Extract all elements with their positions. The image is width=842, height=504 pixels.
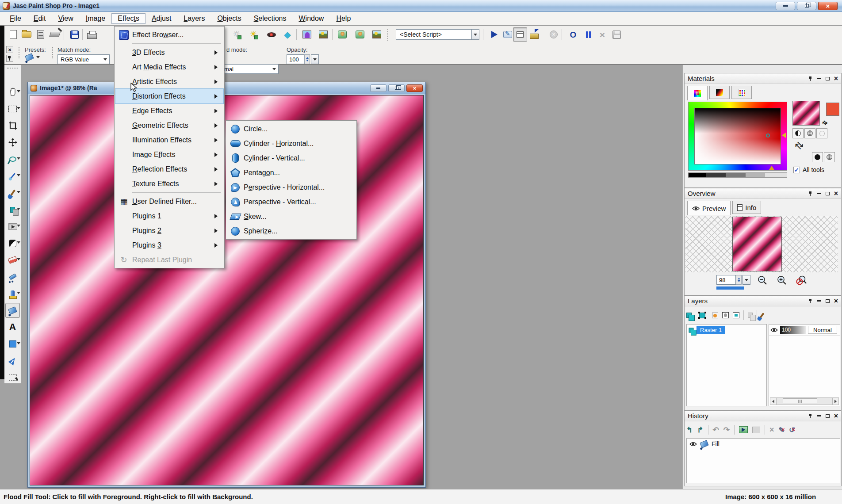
new-raster-layer-button[interactable] <box>686 313 692 318</box>
jasc-gem-button[interactable]: ◆ <box>280 27 295 42</box>
duplicate-layer-button[interactable] <box>748 313 753 318</box>
foreground-style-button[interactable] <box>792 128 804 138</box>
image-window-titlebar[interactable]: Image1* @ 98% (Ra × <box>28 82 425 94</box>
eraser-tool[interactable] <box>5 252 20 267</box>
minimize-icon[interactable] <box>817 300 821 302</box>
menu-file[interactable]: File <box>4 13 27 24</box>
new-button[interactable] <box>6 27 20 42</box>
run-quickscript-button[interactable] <box>739 426 748 433</box>
undo-button[interactable]: ↶ <box>713 426 719 434</box>
layer-row[interactable]: Raster 1 <box>687 325 766 336</box>
menu-image[interactable]: Image <box>80 13 111 24</box>
crop-tool[interactable] <box>5 118 20 133</box>
menu-item-plugins-1[interactable]: Plugins 1 <box>115 209 223 223</box>
text-tool[interactable]: A <box>5 320 20 335</box>
object-selector-tool[interactable] <box>5 370 20 385</box>
minimize-icon[interactable] <box>817 193 821 194</box>
image-minimize-button[interactable] <box>370 84 387 92</box>
close-icon[interactable]: × <box>834 190 838 197</box>
hue-ring[interactable] <box>688 102 787 171</box>
submenu-item-spherize[interactable]: Spherize... <box>227 224 356 238</box>
layers-horizontal-scrollbar[interactable] <box>770 397 839 405</box>
image-restore-button[interactable] <box>388 84 405 92</box>
layer-blend-mode-select[interactable]: Normal <box>808 326 837 334</box>
new-vector-layer-button[interactable] <box>699 313 705 318</box>
dodge-burn-tool[interactable] <box>5 236 20 251</box>
run-script-button[interactable] <box>487 27 501 42</box>
menu-item-illumination-effects[interactable]: Illumination Effects <box>115 133 223 147</box>
save-script-button[interactable] <box>609 27 624 42</box>
select-script-dropdown-button[interactable] <box>471 29 479 40</box>
palette-grip[interactable] <box>7 68 18 69</box>
clear-history-button[interactable]: × <box>769 426 774 434</box>
rainbow-tab[interactable] <box>709 86 730 99</box>
materials-titlebar[interactable]: Materials × <box>685 73 841 84</box>
redo-to-here-button[interactable]: ↱ <box>697 426 703 434</box>
menu-item-image-effects[interactable]: Image Effects <box>115 147 223 162</box>
menu-window[interactable]: Window <box>292 13 330 24</box>
print-button[interactable] <box>85 27 99 42</box>
new-adjustment-layer-button[interactable] <box>733 312 739 318</box>
select-script-combo[interactable]: <Select Script> <box>396 29 472 40</box>
stop-script-button[interactable]: × <box>547 27 561 42</box>
submenu-item-circle[interactable]: Circle... <box>227 122 356 136</box>
scroll-left-button[interactable] <box>770 398 777 405</box>
image-close-button[interactable]: × <box>406 84 423 92</box>
menu-item-reflection-effects[interactable]: Reflection Effects <box>115 162 223 176</box>
close-icon[interactable]: × <box>834 412 838 420</box>
zoom-slider-button[interactable] <box>742 275 750 285</box>
swap-colors-icon[interactable]: ⇄ <box>821 118 829 126</box>
landscape-photo-button[interactable] <box>316 27 330 42</box>
opacity-input[interactable]: 100 <box>287 54 304 64</box>
tool-flyout-arrow[interactable] <box>17 191 20 193</box>
swap-materials-icon[interactable]: ⇄ <box>792 138 806 152</box>
script-output-toggle-button[interactable] <box>513 27 527 42</box>
pan-tool[interactable] <box>5 84 20 99</box>
preview-tab[interactable]: Preview <box>687 201 731 215</box>
palette-grip[interactable] <box>19 47 20 58</box>
palette-pin-button[interactable] <box>6 55 13 62</box>
foreground-material-swatch[interactable] <box>792 101 820 126</box>
menu-selections[interactable]: Selections <box>248 13 293 24</box>
selective-undo-button[interactable]: ✎ <box>779 426 785 434</box>
zoom-spinner[interactable] <box>736 275 742 285</box>
framed-photo-button[interactable] <box>370 27 384 42</box>
pin-icon[interactable] <box>808 414 813 418</box>
match-mode-select[interactable]: RGB Value <box>57 54 110 64</box>
overview-titlebar[interactable]: Overview × <box>685 188 841 199</box>
menu-objects[interactable]: Objects <box>211 13 247 24</box>
tool-flyout-arrow[interactable] <box>17 208 20 210</box>
tool-flyout-arrow[interactable] <box>17 258 20 260</box>
submenu-item-perspective-vertical[interactable]: Perspective - Vertical... <box>227 195 356 209</box>
menu-item-edge-effects[interactable]: Edge Effects <box>115 103 223 118</box>
save-button[interactable] <box>67 27 81 42</box>
red-eye-removal-button[interactable] <box>264 27 279 42</box>
restore-button[interactable] <box>797 2 816 10</box>
selection-tool[interactable] <box>5 101 20 116</box>
freehand-selection-tool[interactable] <box>5 152 20 167</box>
tool-flyout-arrow[interactable] <box>17 157 20 160</box>
background-material-swatch[interactable] <box>826 103 839 116</box>
history-entry-row[interactable]: Fill <box>687 439 840 449</box>
open-script-button[interactable] <box>527 27 541 42</box>
flood-fill-tool[interactable] <box>5 303 20 318</box>
foreground-transparent-button[interactable] <box>816 128 827 138</box>
tool-flyout-arrow[interactable] <box>17 225 20 227</box>
tool-flyout-arrow[interactable] <box>17 107 20 109</box>
foreground-pattern-button[interactable] <box>804 128 815 138</box>
pin-icon[interactable] <box>808 299 813 303</box>
share-photo-button[interactable] <box>335 27 349 42</box>
frame-tab[interactable] <box>687 86 708 100</box>
menu-item-effect-browser[interactable]: Effect Browser... <box>115 27 223 42</box>
submenu-item-cylinder-vertical[interactable]: Cylinder - Vertical... <box>227 151 356 165</box>
lighten-darken-tool[interactable] <box>5 219 20 234</box>
menu-item-user-defined-filter[interactable]: ▦ User Defined Filter... <box>115 194 223 209</box>
background-style-button[interactable] <box>812 152 823 162</box>
minimize-icon[interactable] <box>817 415 821 416</box>
menu-view[interactable]: View <box>52 13 79 24</box>
layer-opacity-slider[interactable]: 100 <box>780 326 806 334</box>
new-art-media-layer-button[interactable] <box>712 313 718 318</box>
new-mask-layer-button[interactable] <box>722 312 729 318</box>
undo-to-here-button[interactable]: ↰ <box>686 426 693 434</box>
layer-name[interactable]: Raster 1 <box>697 326 725 334</box>
